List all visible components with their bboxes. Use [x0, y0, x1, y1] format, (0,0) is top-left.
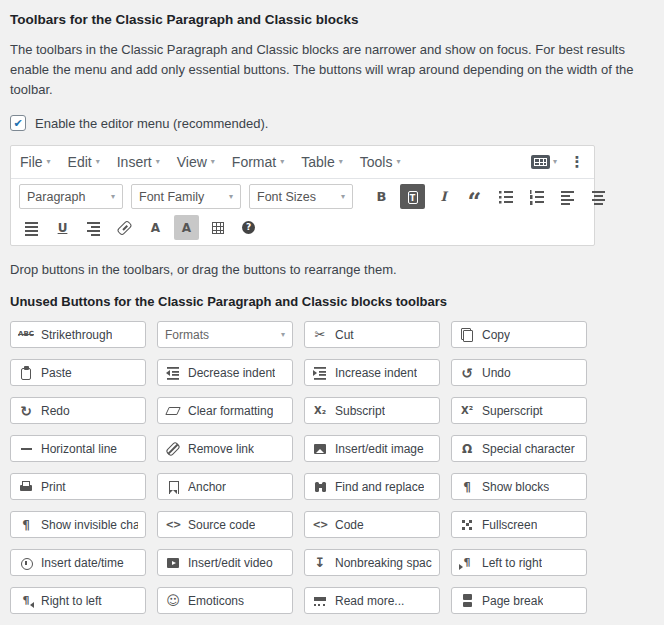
unused-button-formats[interactable]: Formats▾: [157, 321, 293, 348]
toolbar-link-button[interactable]: [112, 215, 137, 240]
unused-button-special-character[interactable]: Special character: [451, 435, 587, 462]
horizontal-line-icon: [18, 441, 34, 457]
unused-button-fullscreen[interactable]: Fullscreen: [451, 511, 587, 538]
unused-buttons-grid: StrikethroughFormats▾CutCopyPasteDecreas…: [10, 321, 654, 625]
button-label: Read more...: [335, 594, 404, 608]
menu-view[interactable]: View▾: [177, 154, 215, 170]
unused-button-emoticons[interactable]: Emoticons: [157, 587, 293, 614]
toolbar-text-color-button[interactable]: [143, 215, 168, 240]
toolbar-bold-button[interactable]: [369, 184, 394, 209]
button-label: Fullscreen: [482, 518, 537, 532]
button-label: Anchor: [188, 480, 226, 494]
read-more-icon: [312, 593, 328, 609]
unused-button-cut[interactable]: Cut: [304, 321, 440, 348]
unused-button-strikethrough[interactable]: Strikethrough: [10, 321, 146, 348]
remove-link-icon: [165, 441, 181, 457]
button-label: Left to right: [482, 556, 542, 570]
anchor-icon: [165, 479, 181, 495]
unused-button-print[interactable]: Print: [10, 473, 146, 500]
copy-icon: [459, 327, 475, 343]
unused-button-code[interactable]: Code: [304, 511, 440, 538]
source-code-icon: [165, 517, 181, 533]
unused-button-redo[interactable]: Redo: [10, 397, 146, 424]
toolbar-align-center-button[interactable]: [586, 184, 611, 209]
unused-button-source-code[interactable]: Source code: [157, 511, 293, 538]
toolbar-background-color-button[interactable]: [174, 215, 199, 240]
invisible-chars-icon: [18, 517, 34, 533]
chevron-down-icon: ▾: [211, 158, 215, 166]
unused-button-read-more[interactable]: Read more...: [304, 587, 440, 614]
toolbar-help-button[interactable]: [236, 215, 261, 240]
editor-toolbar-preview: File▾Edit▾Insert▾View▾Format▾Table▾Tools…: [10, 145, 595, 246]
unused-button-invisible-chars[interactable]: Show invisible chara...: [10, 511, 146, 538]
unused-button-show-blocks[interactable]: Show blocks: [451, 473, 587, 500]
chevron-down-icon: ▾: [47, 158, 51, 166]
toolbar-table-button[interactable]: [205, 215, 230, 240]
unused-button-paste[interactable]: Paste: [10, 359, 146, 386]
toolbar-toggle-button[interactable]: ▾: [531, 154, 557, 170]
find-replace-icon: [312, 479, 328, 495]
button-label: Print: [41, 480, 66, 494]
unused-button-find-replace[interactable]: Find and replace: [304, 473, 440, 500]
enable-editor-menu-checkbox[interactable]: [10, 115, 26, 131]
menu-format[interactable]: Format▾: [232, 154, 284, 170]
unused-button-nbsp[interactable]: Nonbreaking space: [304, 549, 440, 576]
select-paragraph[interactable]: Paragraph▾: [19, 184, 123, 209]
unused-button-subscript[interactable]: Subscript: [304, 397, 440, 424]
chevron-down-icon: ▾: [553, 158, 557, 166]
enable-editor-menu-row: Enable the editor menu (recommended).: [10, 115, 654, 131]
chevron-down-icon: ▾: [96, 158, 100, 166]
toolbar-align-left-button[interactable]: [555, 184, 580, 209]
image-icon: [312, 441, 328, 457]
editor-menubar: File▾Edit▾Insert▾View▾Format▾Table▾Tools…: [11, 146, 594, 179]
unused-button-rtl[interactable]: Right to left: [10, 587, 146, 614]
superscript-icon: [459, 403, 475, 419]
menu-tools[interactable]: Tools▾: [360, 154, 401, 170]
unused-button-copy[interactable]: Copy: [451, 321, 587, 348]
unused-button-page-break[interactable]: Page break: [451, 587, 587, 614]
italic-icon: [436, 189, 452, 205]
select-font-sizes[interactable]: Font Sizes▾: [249, 184, 353, 209]
toolbar-numbered-list-button[interactable]: [524, 184, 549, 209]
toolbar-bullet-list-button[interactable]: [493, 184, 518, 209]
unused-button-horizontal-line[interactable]: Horizontal line: [10, 435, 146, 462]
chevron-down-icon: ▾: [339, 158, 343, 166]
unused-button-anchor[interactable]: Anchor: [157, 473, 293, 500]
toolbar-underline-button[interactable]: [50, 215, 75, 240]
toolbar-blockquote-button[interactable]: [462, 184, 487, 209]
menu-label: Table: [301, 154, 334, 170]
strikethrough-icon: [18, 327, 34, 343]
unused-button-superscript[interactable]: Superscript: [451, 397, 587, 424]
select-font-family[interactable]: Font Family▾: [131, 184, 241, 209]
page-title: Toolbars for the Classic Paragraph and C…: [10, 12, 654, 27]
menu-label: Format: [232, 154, 276, 170]
unused-button-video[interactable]: Insert/edit video: [157, 549, 293, 576]
unused-button-clear-formatting[interactable]: Clear formatting: [157, 397, 293, 424]
toolbar-italic-button[interactable]: [431, 184, 456, 209]
menu-table[interactable]: Table▾: [301, 154, 342, 170]
toolbar-align-right-button[interactable]: [81, 215, 106, 240]
print-icon: [18, 479, 34, 495]
unused-button-undo[interactable]: Undo: [451, 359, 587, 386]
menu-edit[interactable]: Edit▾: [68, 154, 100, 170]
chevron-down-icon: ▾: [156, 158, 160, 166]
menu-file[interactable]: File▾: [20, 154, 51, 170]
unused-button-ltr[interactable]: Left to right: [451, 549, 587, 576]
unused-button-decrease-indent[interactable]: Decrease indent: [157, 359, 293, 386]
unused-button-datetime[interactable]: Insert date/time: [10, 549, 146, 576]
unused-button-image[interactable]: Insert/edit image: [304, 435, 440, 462]
editor-toolbar-row-2: [11, 210, 594, 245]
editor-toolbar-row-1: Paragraph▾Font Family▾Font Sizes▾: [11, 179, 594, 210]
menu-insert[interactable]: Insert▾: [117, 154, 160, 170]
toolbar-justify-button[interactable]: [19, 215, 44, 240]
chevron-down-icon: ▾: [396, 158, 400, 166]
more-options-button[interactable]: [569, 154, 585, 170]
unused-button-increase-indent[interactable]: Increase indent: [304, 359, 440, 386]
unused-button-remove-link[interactable]: Remove link: [157, 435, 293, 462]
button-label: Strikethrough: [41, 328, 112, 342]
decrease-indent-icon: [165, 365, 181, 381]
toolbar-paste-text-button[interactable]: [400, 184, 425, 209]
toolbar-row2-buttons: [19, 215, 261, 240]
align-center-icon: [591, 189, 607, 205]
section-description: The toolbars in the Classic Paragraph an…: [10, 40, 654, 100]
